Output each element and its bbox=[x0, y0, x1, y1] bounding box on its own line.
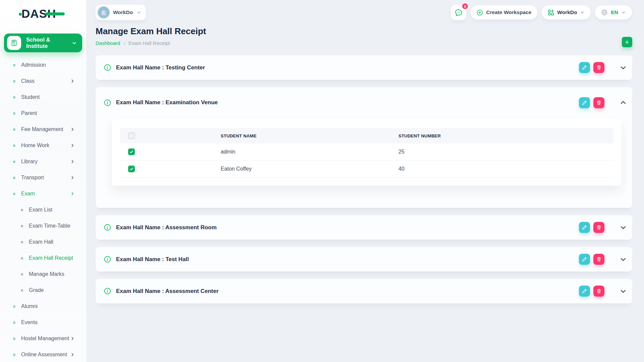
pencil-icon bbox=[582, 100, 587, 105]
pencil-icon bbox=[582, 225, 587, 230]
chevron-right-icon bbox=[70, 79, 75, 83]
info-icon bbox=[104, 288, 111, 295]
bullet-icon bbox=[21, 240, 24, 244]
sidebar-item-grade[interactable]: Grade bbox=[0, 282, 86, 298]
school-icon-box bbox=[7, 36, 21, 50]
sidebar-item-label: Exam Time-Table bbox=[29, 223, 70, 229]
topbar-right: 0 Create Workspace WorkDo bbox=[451, 5, 632, 20]
sidebar-nav: Admission Class Student Parent Fee Manag… bbox=[0, 57, 86, 362]
exam-hall-card-header[interactable]: Exam Hall Name : Testing Center bbox=[96, 55, 632, 80]
card-actions bbox=[579, 254, 604, 265]
sidebar-item-student[interactable]: Student bbox=[0, 89, 86, 105]
row-checkbox[interactable] bbox=[128, 148, 135, 155]
exam-hall-card-header[interactable]: Exam Hall Name : Examination Venue bbox=[96, 87, 632, 118]
school-institute-context-button[interactable]: School & Institute bbox=[4, 34, 82, 52]
workspace-avatar bbox=[98, 7, 109, 18]
workspace-switcher[interactable]: WorkDo bbox=[96, 5, 146, 20]
student-number-cell: 25 bbox=[394, 143, 613, 161]
workdo-apps-menu[interactable]: WorkDo bbox=[542, 5, 591, 19]
sidebar-item-online-assessment[interactable]: Online Assessment bbox=[0, 347, 86, 362]
delete-button[interactable] bbox=[593, 286, 604, 297]
chevron-down-icon bbox=[137, 10, 141, 15]
sidebar-item-admission[interactable]: Admission bbox=[0, 57, 86, 73]
sidebar-item-label: Class bbox=[21, 78, 35, 84]
sidebar-item-label: Fee Management bbox=[21, 126, 63, 132]
chevron-right-icon bbox=[70, 336, 75, 341]
sidebar-item-hostel-management[interactable]: Hostel Management bbox=[0, 330, 86, 347]
school-book-icon bbox=[10, 39, 18, 47]
sidebar-item-label: Transport bbox=[21, 175, 44, 181]
accordion-chevron-icon[interactable] bbox=[620, 99, 627, 106]
bullet-icon bbox=[13, 96, 16, 99]
bullet-icon bbox=[21, 273, 24, 276]
sidebar-item-label: Events bbox=[21, 319, 38, 325]
sidebar-item-exam-time-table[interactable]: Exam Time-Table bbox=[0, 218, 86, 234]
edit-button[interactable] bbox=[579, 62, 590, 73]
breadcrumb-dashboard-link[interactable]: Dashboard bbox=[96, 40, 120, 46]
delete-button[interactable] bbox=[593, 62, 604, 73]
sidebar-item-exam-hall-receipt[interactable]: Exam Hall Receipt bbox=[0, 250, 86, 266]
messenger-button[interactable]: 0 bbox=[451, 5, 466, 20]
topbar: WorkDo 0 Create Workspace bbox=[86, 0, 644, 21]
edit-button[interactable] bbox=[579, 254, 590, 265]
column-header-student-number: STUDENT NUMBER bbox=[394, 128, 613, 143]
accordion-chevron-icon[interactable] bbox=[620, 288, 627, 295]
table-row: admin 25 bbox=[120, 143, 613, 161]
bullet-icon bbox=[13, 305, 16, 308]
delete-button[interactable] bbox=[593, 254, 604, 265]
sidebar-item-class[interactable]: Class bbox=[0, 73, 86, 89]
sidebar-item-home-work[interactable]: Home Work bbox=[0, 137, 86, 154]
chevron-down-icon bbox=[72, 41, 77, 46]
delete-button[interactable] bbox=[593, 222, 604, 233]
accordion-chevron-icon[interactable] bbox=[620, 224, 627, 231]
student-name-cell: Eaton Coffey bbox=[217, 161, 394, 178]
exam-hall-card-assessment-room: Exam Hall Name : Assessment Room bbox=[96, 215, 632, 240]
accordion-chevron-icon[interactable] bbox=[620, 256, 627, 263]
sidebar-item-transport[interactable]: Transport bbox=[0, 170, 86, 186]
exam-hall-card-test-hall: Exam Hall Name : Test Hall bbox=[96, 247, 632, 272]
student-number-cell: 40 bbox=[394, 161, 613, 178]
plus-circle-icon bbox=[477, 9, 483, 16]
add-exam-hall-receipt-button[interactable]: + bbox=[622, 37, 632, 47]
sidebar-item-label: Parent bbox=[21, 110, 37, 116]
accordion-chevron-icon[interactable] bbox=[620, 64, 627, 71]
language-selector[interactable]: EN bbox=[595, 5, 632, 19]
bullet-icon bbox=[13, 321, 16, 324]
edit-button[interactable] bbox=[579, 97, 590, 108]
sidebar-item-manage-marks[interactable]: Manage Marks bbox=[0, 266, 86, 282]
workspace-label: WorkDo bbox=[113, 9, 133, 15]
trash-icon bbox=[596, 225, 601, 230]
sidebar-item-library[interactable]: Library bbox=[0, 154, 86, 170]
edit-button[interactable] bbox=[579, 286, 590, 297]
sidebar-item-events[interactable]: Events bbox=[0, 314, 86, 330]
delete-button[interactable] bbox=[593, 97, 604, 108]
info-icon bbox=[104, 256, 111, 263]
bullet-icon bbox=[13, 192, 16, 195]
exam-hall-card-title: Exam Hall Name : Examination Venue bbox=[116, 99, 218, 106]
exam-hall-card-header[interactable]: Exam Hall Name : Assessment Center bbox=[96, 279, 632, 303]
grid-plus-icon bbox=[548, 9, 554, 16]
sidebar-item-exam-hall[interactable]: Exam Hall bbox=[0, 234, 86, 250]
bullet-icon bbox=[13, 128, 16, 131]
create-workspace-button[interactable]: Create Workspace bbox=[471, 5, 537, 19]
exam-hall-card-header[interactable]: Exam Hall Name : Test Hall bbox=[96, 247, 632, 272]
sidebar-item-alumni[interactable]: Alumni bbox=[0, 298, 86, 314]
sidebar-item-fee-management[interactable]: Fee Management bbox=[0, 121, 86, 137]
sidebar-item-exam[interactable]: Exam bbox=[0, 186, 86, 202]
sidebar-item-exam-list[interactable]: Exam List bbox=[0, 202, 86, 218]
row-checkbox[interactable] bbox=[128, 166, 135, 172]
bullet-icon bbox=[21, 289, 24, 292]
sidebar-item-parent[interactable]: Parent bbox=[0, 105, 86, 121]
edit-button[interactable] bbox=[579, 222, 590, 233]
bullet-icon bbox=[13, 353, 16, 356]
info-icon bbox=[104, 64, 111, 71]
trash-icon bbox=[596, 65, 601, 70]
breadcrumb-current: Exam Hall Receipt bbox=[128, 40, 170, 46]
card-actions bbox=[579, 62, 604, 73]
exam-hall-card-header[interactable]: Exam Hall Name : Assessment Room bbox=[96, 215, 632, 240]
bullet-icon bbox=[21, 208, 24, 212]
sidebar-item-label: Exam Hall Receipt bbox=[29, 255, 73, 261]
create-workspace-label: Create Workspace bbox=[486, 9, 531, 15]
select-all-checkbox[interactable] bbox=[128, 132, 135, 139]
page-title: Manage Exam Hall Receipt bbox=[96, 26, 632, 37]
